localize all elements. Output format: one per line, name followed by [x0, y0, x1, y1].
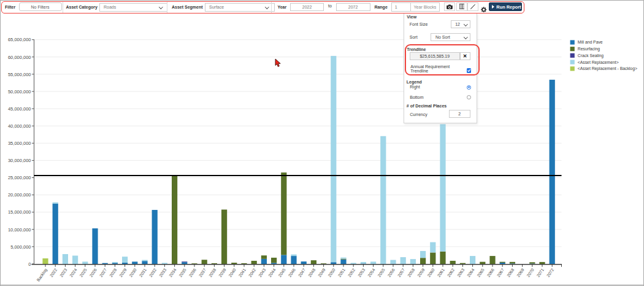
svg-text:50,000,000: 50,000,000: [8, 89, 31, 95]
svg-text:2028: 2028: [109, 268, 118, 278]
svg-text:2035: 2035: [178, 268, 187, 278]
svg-text:2037: 2037: [198, 268, 207, 278]
svg-text:2070: 2070: [526, 268, 535, 278]
svg-text:Crack Sealing: Crack Sealing: [578, 53, 604, 58]
svg-text:2043: 2043: [258, 268, 267, 278]
svg-text:2032: 2032: [148, 268, 158, 278]
svg-text:2053: 2053: [357, 268, 366, 278]
svg-text:Resurfacing: Resurfacing: [578, 47, 600, 52]
svg-text:2047: 2047: [297, 268, 307, 278]
svg-text:Backlog: Backlog: [36, 268, 48, 283]
svg-text:2067: 2067: [496, 268, 505, 278]
svg-text:2040: 2040: [228, 268, 237, 278]
svg-text:<Asset Replacement>: <Asset Replacement>: [578, 60, 619, 65]
svg-text:2058: 2058: [407, 268, 416, 278]
svg-text:10,000,000: 10,000,000: [8, 227, 31, 233]
svg-text:40,000,000: 40,000,000: [8, 123, 31, 129]
svg-text:2022: 2022: [49, 268, 58, 278]
svg-text:2039: 2039: [218, 268, 227, 278]
svg-text:2042: 2042: [248, 268, 257, 278]
svg-text:2049: 2049: [317, 268, 326, 278]
svg-text:2066: 2066: [486, 268, 496, 278]
svg-text:2055: 2055: [377, 268, 386, 278]
svg-text:2023: 2023: [59, 268, 68, 278]
svg-text:2036: 2036: [188, 268, 197, 278]
svg-text:2025: 2025: [79, 268, 88, 278]
svg-text:15,000,000: 15,000,000: [8, 209, 31, 215]
svg-text:60,000,000: 60,000,000: [8, 55, 31, 60]
svg-text:<Asset Replacement - Backlog>: <Asset Replacement - Backlog>: [578, 66, 637, 71]
svg-text:5,000,000: 5,000,000: [10, 244, 31, 250]
svg-text:2027: 2027: [99, 268, 108, 278]
svg-text:2065: 2065: [476, 268, 485, 278]
svg-text:2024: 2024: [69, 268, 78, 278]
svg-text:2041: 2041: [238, 268, 247, 278]
svg-text:45,000,000: 45,000,000: [8, 106, 31, 112]
svg-text:2054: 2054: [367, 268, 376, 278]
svg-text:2064: 2064: [466, 268, 475, 278]
svg-text:2031: 2031: [139, 268, 148, 278]
svg-text:2052: 2052: [347, 268, 356, 278]
svg-text:2050: 2050: [327, 268, 336, 278]
svg-text:0: 0: [28, 261, 31, 267]
svg-text:55,000,000: 55,000,000: [8, 72, 31, 77]
svg-text:2044: 2044: [267, 268, 277, 278]
svg-text:2030: 2030: [128, 268, 137, 278]
svg-text:2034: 2034: [168, 268, 177, 278]
svg-text:2026: 2026: [89, 268, 98, 278]
svg-text:2033: 2033: [158, 268, 167, 278]
svg-text:2069: 2069: [516, 268, 525, 278]
svg-text:2061: 2061: [437, 268, 446, 278]
svg-text:2051: 2051: [337, 268, 347, 278]
svg-text:2063: 2063: [456, 268, 466, 278]
svg-text:2045: 2045: [277, 268, 286, 278]
svg-text:2046: 2046: [288, 268, 297, 278]
svg-text:35,000,000: 35,000,000: [8, 141, 31, 146]
svg-text:2048: 2048: [307, 268, 316, 278]
svg-text:30,000,000: 30,000,000: [8, 158, 31, 163]
svg-text:2056: 2056: [387, 268, 396, 278]
svg-text:65,000,000: 65,000,000: [8, 37, 31, 42]
svg-text:2057: 2057: [397, 268, 406, 278]
svg-text:2029: 2029: [118, 268, 128, 278]
svg-text:2072: 2072: [546, 268, 555, 278]
svg-text:25,000,000: 25,000,000: [8, 175, 31, 180]
svg-text:2068: 2068: [506, 268, 515, 278]
svg-text:20,000,000: 20,000,000: [8, 192, 31, 198]
svg-text:2060: 2060: [426, 268, 435, 278]
svg-text:2059: 2059: [416, 268, 426, 278]
svg-text:Mill and Pave: Mill and Pave: [578, 40, 603, 44]
svg-text:2071: 2071: [536, 268, 545, 278]
svg-text:2062: 2062: [447, 268, 456, 278]
svg-text:2038: 2038: [208, 268, 217, 278]
